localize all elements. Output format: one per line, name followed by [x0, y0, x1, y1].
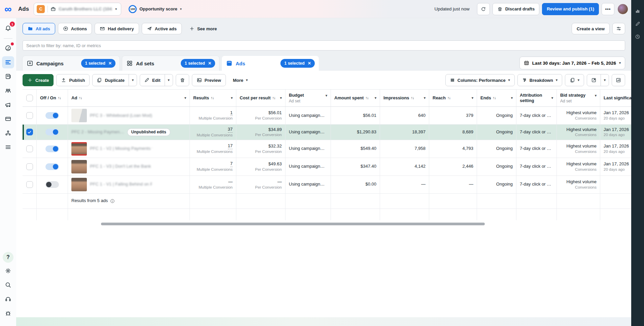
- sidebar-item-report-problem[interactable]: [2, 307, 14, 319]
- panel-toggle-edit-panel[interactable]: [633, 20, 642, 28]
- column-header-edit[interactable]: Last significant edit: [600, 90, 631, 106]
- column-menu-icon[interactable]: ▾: [424, 96, 426, 100]
- column-header-spent[interactable]: Amount spent↑↓▾: [331, 90, 380, 106]
- ad-status-toggle[interactable]: [45, 129, 59, 135]
- ad-status-toggle[interactable]: [45, 112, 59, 119]
- columns-button[interactable]: Columns: Performance ▾: [445, 74, 515, 86]
- date-range-selector[interactable]: Last 30 days: Jan 7, 2026 – Feb 5, 2026 …: [519, 57, 625, 69]
- sidebar-item-settings[interactable]: [2, 265, 14, 277]
- create-a-view-button[interactable]: Create a view: [572, 23, 610, 34]
- cell-value[interactable]: —: [228, 179, 233, 185]
- cell-value[interactable]: 37: [228, 127, 233, 133]
- cell-value[interactable]: 1: [230, 110, 233, 116]
- sidebar-item-billing[interactable]: [2, 113, 14, 125]
- sort-icon[interactable]: ↑↓: [365, 96, 368, 100]
- more-options-button[interactable]: •••: [602, 3, 614, 15]
- sort-icon[interactable]: ↑↓: [272, 96, 275, 100]
- export-button[interactable]: [587, 74, 601, 86]
- ad-thumbnail[interactable]: [71, 160, 87, 173]
- opportunity-score-selector[interactable]: 100 Opportunity score ▾: [129, 5, 182, 13]
- search-input[interactable]: [23, 40, 625, 51]
- column-header-results[interactable]: Results↑↓▾: [190, 90, 236, 106]
- panel-toggle-insights-panel[interactable]: [633, 7, 642, 15]
- row-checkbox[interactable]: [26, 112, 33, 119]
- ad-name[interactable]: PFC 1 - V1 | Falling Behind on Payments …: [90, 182, 152, 187]
- panel-toggle-history-panel[interactable]: [633, 32, 642, 41]
- selected-count-pill[interactable]: 1 selected✕: [81, 59, 115, 68]
- cell-value[interactable]: 17: [228, 143, 233, 149]
- reports-button[interactable]: ▾: [565, 74, 584, 86]
- meta-logo[interactable]: ∞: [0, 4, 16, 14]
- filter-tab-active-ads[interactable]: Active ads: [142, 23, 182, 34]
- horizontal-scrollbar[interactable]: [101, 223, 485, 225]
- row-checkbox[interactable]: [26, 129, 33, 135]
- column-menu-icon[interactable]: ▾: [472, 96, 473, 100]
- column-header-bid[interactable]: Bid strategy▾Ad set: [557, 90, 600, 106]
- breakdown-button[interactable]: Breakdown ▾: [517, 74, 562, 86]
- select-all-checkbox[interactable]: [26, 95, 33, 101]
- column-header-cost[interactable]: Cost per result↑↓▾: [236, 90, 285, 106]
- ad-thumbnail[interactable]: [71, 178, 87, 191]
- sidebar-item-search[interactable]: [2, 279, 14, 291]
- sort-icon[interactable]: ↑↓: [58, 96, 61, 100]
- discard-drafts-button[interactable]: Discard drafts: [493, 3, 539, 15]
- row-checkbox[interactable]: [26, 181, 33, 188]
- sidebar-item-notifications[interactable]: 1: [2, 22, 14, 34]
- ad-name[interactable]: PFC 3 - Whiteboard (Loan Mod): [90, 113, 152, 119]
- clear-selection-icon[interactable]: ✕: [208, 61, 211, 66]
- column-header-ends[interactable]: Ends↑↓▾: [477, 90, 516, 106]
- account-selector[interactable]: C Caruth Brothers LLC (104… ▾: [34, 3, 121, 15]
- row-checkbox[interactable]: [26, 145, 33, 152]
- cell-value[interactable]: 7: [230, 161, 233, 167]
- column-header-impressions[interactable]: Impressions↑↓▾: [380, 90, 429, 106]
- selected-count-pill[interactable]: 1 selected✕: [181, 59, 215, 68]
- sidebar-item-advertising-tools[interactable]: [2, 99, 14, 111]
- tab-ads[interactable]: Ads1 selected✕: [222, 56, 319, 71]
- filter-tab-all-ads[interactable]: All ads: [23, 23, 55, 34]
- ad-thumbnail[interactable]: [71, 109, 87, 122]
- column-header-toggle[interactable]: Off / On↑↓: [37, 90, 68, 106]
- ad-name[interactable]: PFC 1 - V3 | Don't Let the Bank Win vide…: [90, 164, 152, 169]
- create-button[interactable]: Create: [23, 74, 54, 86]
- column-menu-icon[interactable]: ▾: [375, 96, 376, 100]
- duplicate-dropdown[interactable]: ▾: [129, 74, 137, 86]
- sidebar-item-audiences[interactable]: [2, 85, 14, 97]
- sort-icon[interactable]: ↑↓: [447, 96, 450, 100]
- publish-button[interactable]: Publish: [56, 74, 90, 86]
- ad-name[interactable]: PFC 2 - Missing Paymen…: [71, 129, 124, 135]
- tab-campaigns[interactable]: Campaigns1 selected✕: [23, 56, 120, 71]
- ad-status-toggle[interactable]: [45, 181, 59, 188]
- delete-button[interactable]: [176, 74, 189, 86]
- refresh-button[interactable]: [477, 3, 490, 15]
- sidebar-item-account-overview[interactable]: [2, 42, 14, 54]
- preview-button[interactable]: Preview: [192, 74, 226, 86]
- sidebar-item-pages[interactable]: [2, 70, 14, 83]
- sidebar-item-automations[interactable]: [2, 127, 14, 139]
- tab-ad-sets[interactable]: Ad sets1 selected✕: [122, 56, 219, 71]
- column-header-attribution[interactable]: Attribution setting▾: [516, 90, 557, 106]
- export-dropdown[interactable]: ▾: [601, 74, 609, 86]
- row-checkbox[interactable]: [26, 163, 33, 170]
- avatar[interactable]: [618, 4, 628, 14]
- column-menu-icon[interactable]: ▾: [231, 96, 233, 100]
- clear-selection-icon[interactable]: ✕: [108, 61, 112, 66]
- charts-button[interactable]: [612, 74, 625, 86]
- see-more-button[interactable]: See more: [184, 23, 222, 34]
- selected-count-pill[interactable]: 1 selected✕: [280, 59, 315, 68]
- sort-icon[interactable]: ↑↓: [79, 96, 82, 100]
- review-and-publish-button[interactable]: Review and publish (1): [542, 3, 599, 15]
- ad-thumbnail[interactable]: [71, 142, 87, 156]
- edit-dropdown[interactable]: ▾: [165, 74, 173, 86]
- select-all-cell[interactable]: [23, 90, 37, 106]
- info-icon[interactable]: [110, 199, 115, 203]
- column-header-budget[interactable]: Budget▾Ad set: [285, 90, 331, 106]
- column-menu-icon[interactable]: ▾: [595, 94, 597, 97]
- sidebar-item-support[interactable]: [2, 293, 14, 305]
- sort-icon[interactable]: ↑↓: [411, 96, 414, 100]
- sidebar-item-all-tools[interactable]: [2, 141, 14, 153]
- ad-status-toggle[interactable]: [45, 163, 59, 170]
- edit-button[interactable]: Edit: [140, 74, 165, 86]
- filter-tab-had-delivery[interactable]: Had delivery: [95, 23, 139, 34]
- sort-icon[interactable]: ↑↓: [493, 96, 496, 100]
- column-menu-icon[interactable]: ▾: [280, 96, 282, 100]
